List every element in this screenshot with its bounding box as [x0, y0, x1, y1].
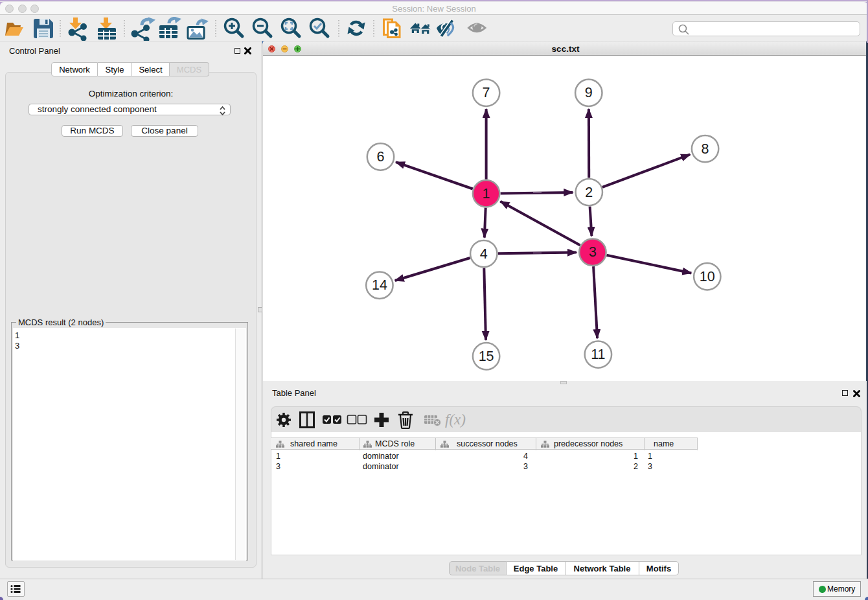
svg-text:9: 9 — [585, 85, 593, 100]
svg-text:15: 15 — [479, 349, 494, 364]
svg-text:f(x): f(x) — [445, 411, 466, 428]
svg-text:6: 6 — [377, 149, 385, 165]
svg-text:4: 4 — [480, 246, 488, 262]
svg-text:14: 14 — [372, 277, 387, 293]
svg-text:7: 7 — [483, 85, 490, 100]
svg-text:2: 2 — [585, 185, 593, 200]
svg-text:11: 11 — [591, 347, 605, 362]
svg-text:8: 8 — [702, 141, 709, 157]
svg-text:1: 1 — [483, 186, 490, 202]
svg-text:3: 3 — [589, 244, 597, 260]
svg-text:10: 10 — [700, 269, 715, 284]
